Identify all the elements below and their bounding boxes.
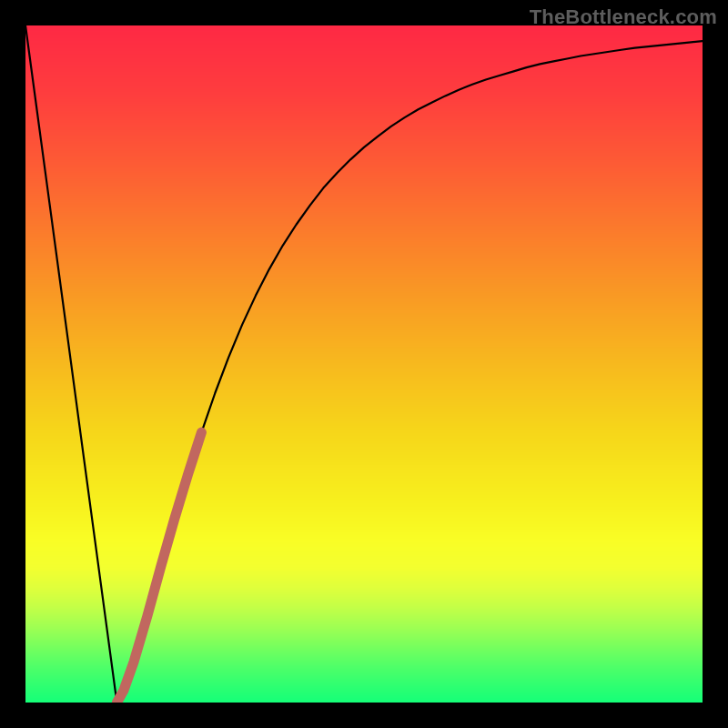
- highlight-segment: [116, 432, 201, 703]
- bottleneck-curve: [25, 25, 703, 703]
- curve-layer: [25, 25, 703, 703]
- watermark-text: TheBottleneck.com: [530, 5, 717, 29]
- chart-stage: TheBottleneck.com: [0, 0, 728, 728]
- plot-area: [25, 25, 703, 703]
